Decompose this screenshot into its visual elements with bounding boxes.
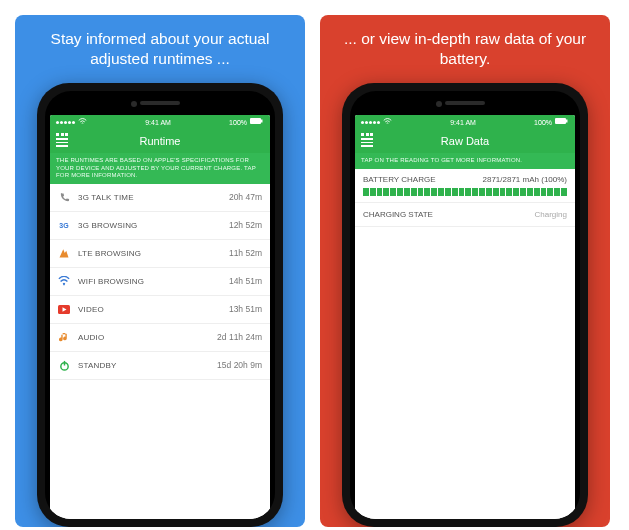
phone-mockup: 9:41 AM 100% Runtime THE RUNTIME — [37, 83, 283, 527]
row-value: 12h 52m — [229, 220, 262, 230]
row-value: 11h 52m — [229, 248, 262, 258]
phone-mockup: 9:41 AM 100% Raw Data TAP ON THE — [342, 83, 588, 527]
tagline: Stay informed about your actual adjusted… — [15, 27, 305, 71]
audio-icon — [58, 331, 70, 343]
row-value: 20h 47m — [229, 192, 262, 202]
row-value: Charging — [535, 210, 567, 219]
row-value: 15d 20h 9m — [217, 360, 262, 370]
svg-rect-0 — [250, 118, 261, 124]
menu-icon[interactable] — [56, 133, 68, 147]
video-icon — [58, 303, 70, 315]
wifi-mini-icon — [78, 118, 87, 126]
battery-pct: 100% — [534, 119, 552, 126]
status-time: 9:41 AM — [145, 119, 171, 126]
lte-icon — [58, 247, 70, 259]
svg-rect-6 — [555, 118, 566, 124]
nav-bar: Raw Data — [355, 129, 575, 153]
status-time: 9:41 AM — [450, 119, 476, 126]
wifi-mini-icon — [383, 118, 392, 126]
wifi-icon — [58, 275, 70, 287]
raw-list: BATTERY CHARGE 2871/2871 mAh (100%) CHAR… — [355, 169, 575, 520]
row-value: 14h 51m — [229, 276, 262, 286]
row-standby[interactable]: STANDBY 15d 20h 9m — [50, 352, 270, 380]
hint-banner[interactable]: THE RUNTIMES ARE BASED ON APPLE'S SPECIF… — [50, 153, 270, 184]
svg-point-2 — [63, 284, 65, 286]
status-bar: 9:41 AM 100% — [50, 115, 270, 129]
row-label: VIDEO — [78, 305, 104, 314]
row-label: BATTERY CHARGE — [363, 175, 435, 184]
row-audio[interactable]: AUDIO 2d 11h 24m — [50, 324, 270, 352]
promo-panel-runtime: Stay informed about your actual adjusted… — [15, 15, 305, 527]
row-3g-browsing[interactable]: 3G 3G BROWSING 12h 52m — [50, 212, 270, 240]
battery-pct: 100% — [229, 119, 247, 126]
row-value: 2871/2871 mAh (100%) — [483, 175, 568, 184]
row-3g-talk[interactable]: 3G TALK TIME 20h 47m — [50, 184, 270, 212]
promo-panel-rawdata: ... or view in-depth raw data of your ba… — [320, 15, 610, 527]
svg-rect-7 — [566, 120, 568, 123]
battery-bar — [363, 188, 567, 196]
screen-rawdata: 9:41 AM 100% Raw Data TAP ON THE — [355, 115, 575, 519]
tagline: ... or view in-depth raw data of your ba… — [320, 27, 610, 71]
signal-icon — [56, 121, 75, 124]
row-battery-charge[interactable]: BATTERY CHARGE 2871/2871 mAh (100%) — [355, 169, 575, 203]
row-value: 2d 11h 24m — [217, 332, 262, 342]
battery-icon — [555, 118, 569, 126]
row-label: 3G BROWSING — [78, 221, 138, 230]
hint-banner[interactable]: TAP ON THE READING TO GET MORE INFORMATI… — [355, 153, 575, 169]
battery-icon — [250, 118, 264, 126]
signal-icon — [361, 121, 380, 124]
row-label: CHARGING STATE — [363, 210, 433, 219]
phone-icon — [58, 191, 70, 203]
nav-bar: Runtime — [50, 129, 270, 153]
nav-title: Raw Data — [441, 135, 489, 147]
menu-icon[interactable] — [361, 133, 373, 147]
row-value: 13h 51m — [229, 304, 262, 314]
row-video[interactable]: VIDEO 13h 51m — [50, 296, 270, 324]
row-wifi-browsing[interactable]: WIFI BROWSING 14h 51m — [50, 268, 270, 296]
svg-rect-1 — [261, 120, 263, 123]
3g-icon: 3G — [58, 219, 70, 231]
standby-icon — [58, 359, 70, 371]
row-label: STANDBY — [78, 361, 117, 370]
row-label: AUDIO — [78, 333, 104, 342]
runtime-list: 3G TALK TIME 20h 47m 3G 3G BROWSING 12h … — [50, 184, 270, 520]
row-label: LTE BROWSING — [78, 249, 141, 258]
nav-title: Runtime — [140, 135, 181, 147]
screen-runtime: 9:41 AM 100% Runtime THE RUNTIME — [50, 115, 270, 519]
row-lte-browsing[interactable]: LTE BROWSING 11h 52m — [50, 240, 270, 268]
svg-rect-5 — [63, 360, 64, 365]
row-label: 3G TALK TIME — [78, 193, 134, 202]
status-bar: 9:41 AM 100% — [355, 115, 575, 129]
row-label: WIFI BROWSING — [78, 277, 144, 286]
row-charging-state[interactable]: CHARGING STATE Charging — [355, 203, 575, 227]
